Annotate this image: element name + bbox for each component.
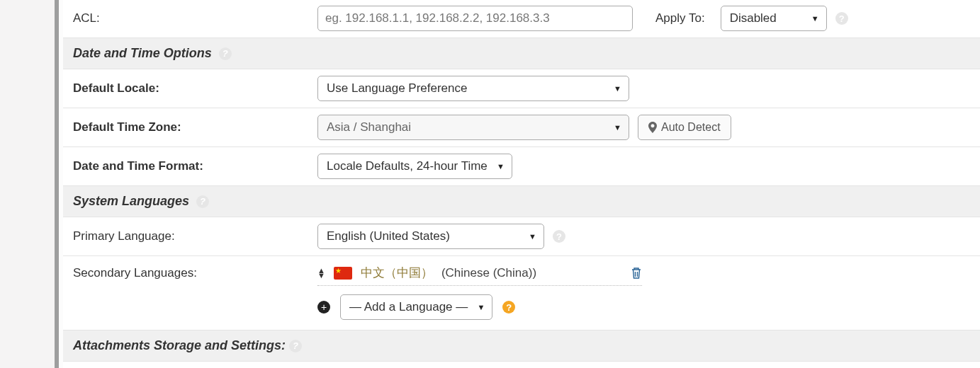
default-locale-label: Default Locale: — [73, 81, 317, 96]
default-tz-select[interactable]: Asia / Shanghai — [317, 115, 629, 140]
secondary-languages-row: Secondary Languages: ▲▼ 中文（中国） (Chinese … — [63, 255, 980, 330]
delete-icon[interactable] — [631, 267, 642, 280]
location-pin-icon — [648, 122, 657, 133]
acl-input[interactable] — [317, 6, 633, 31]
default-locale-row: Default Locale: Use Language Preference — [63, 69, 980, 108]
auto-detect-label: Auto Detect — [661, 121, 721, 134]
acl-label: ACL: — [73, 11, 317, 25]
help-icon[interactable]: ? — [502, 301, 515, 314]
add-language-select[interactable]: — Add a Language — — [340, 294, 492, 320]
secondary-languages-label: Secondary Languages: — [73, 263, 317, 280]
plus-circle-icon[interactable]: + — [317, 301, 330, 314]
apply-to-label: Apply To: — [655, 11, 705, 25]
help-icon[interactable]: ? — [835, 12, 848, 25]
help-icon[interactable]: ? — [196, 195, 209, 208]
datetime-format-label: Date and Time Format: — [73, 159, 317, 173]
add-language-row: + — Add a Language — ? — [317, 294, 642, 320]
apply-to-select[interactable]: Disabled — [721, 6, 827, 31]
datetime-format-row: Date and Time Format: Locale Defaults, 2… — [63, 146, 980, 186]
help-icon[interactable]: ? — [553, 230, 565, 243]
default-locale-select[interactable]: Use Language Preference — [317, 76, 629, 101]
primary-language-row: Primary Language: English (United States… — [63, 217, 980, 256]
primary-language-select[interactable]: English (United States) — [317, 224, 544, 249]
secondary-language-item: ▲▼ 中文（中国） (Chinese (China)) — [317, 265, 642, 286]
store-attachments-row: Store Attachments: In the database * ? — [63, 361, 980, 368]
sort-handle-icon[interactable]: ▲▼ — [317, 268, 325, 278]
section-datetime-title: Date and Time Options — [73, 46, 212, 61]
secondary-language-english: (Chinese (China)) — [441, 266, 536, 280]
auto-detect-button[interactable]: Auto Detect — [638, 115, 731, 140]
section-languages: System Languages ? — [63, 185, 980, 217]
section-datetime: Date and Time Options ? — [63, 38, 980, 69]
section-languages-title: System Languages — [73, 194, 189, 209]
acl-row: ACL: Apply To: Disabled ? — [63, 0, 980, 38]
primary-language-label: Primary Language: — [73, 229, 317, 243]
help-icon[interactable]: ? — [289, 340, 302, 352]
section-attachments: Attachments Storage and Settings: ? — [63, 330, 980, 362]
help-icon[interactable]: ? — [219, 47, 232, 60]
secondary-language-native: 中文（中国） — [361, 265, 433, 281]
default-tz-label: Default Time Zone: — [73, 120, 317, 134]
flag-cn-icon — [334, 267, 352, 280]
datetime-format-select[interactable]: Locale Defaults, 24-hour Time — [317, 154, 512, 179]
section-attachments-title: Attachments Storage and Settings: — [73, 338, 286, 353]
default-tz-row: Default Time Zone: Asia / Shanghai Auto … — [63, 108, 980, 147]
